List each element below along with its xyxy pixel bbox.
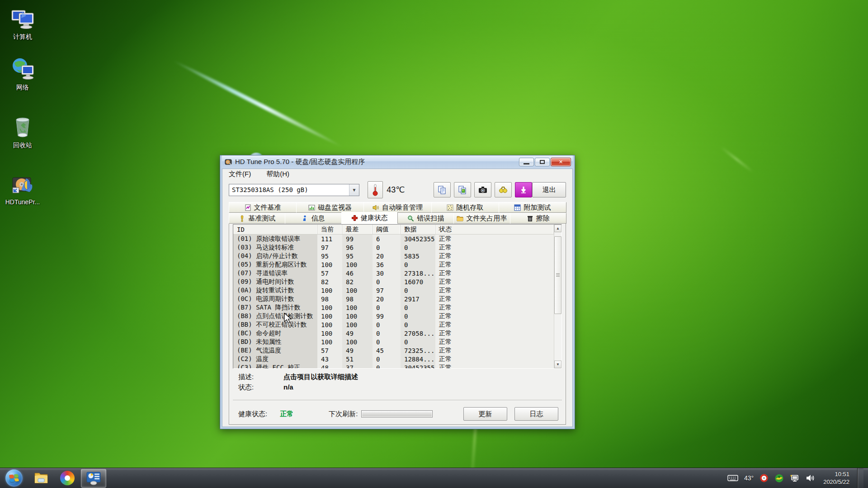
tab-health-active[interactable]: 健康状态 — [341, 212, 398, 224]
wallpaper-stem-highlight — [172, 59, 343, 149]
table-cell: 30 — [373, 269, 401, 277]
start-button[interactable] — [0, 468, 28, 488]
update-check-button[interactable] — [515, 182, 532, 197]
tab-extra-tests[interactable]: 附加测试 — [499, 202, 566, 213]
column-header-data[interactable]: 数据 — [401, 225, 435, 234]
tray-network-icon[interactable] — [790, 474, 800, 483]
table-row[interactable]: (0A) 旋转重试计数100100970正常 — [233, 286, 554, 295]
tab-folder-usage[interactable]: 文件夹占用率 — [453, 213, 510, 224]
table-row[interactable]: (05) 重新分配扇区计数100100360正常 — [233, 260, 554, 269]
tray-volume-icon[interactable] — [806, 474, 816, 483]
table-row[interactable]: (01) 原始读取错误率11199630452355正常 — [233, 235, 554, 243]
table-row[interactable]: (B8) 点到点错误检测计数100100990正常 — [233, 312, 554, 320]
options-button[interactable] — [495, 182, 512, 197]
show-desktop-button[interactable] — [857, 468, 863, 488]
smart-table: ID 当前 最差 阈值 数据 状态 (01) 原始读取错误率1119963045… — [233, 225, 554, 368]
column-header-id[interactable]: ID — [233, 225, 317, 234]
table-row[interactable]: (04) 启动/停止计数9595205835正常 — [233, 252, 554, 260]
tab-disk-monitor[interactable]: 磁盘监视器 — [296, 202, 364, 213]
table-cell: 100 — [317, 312, 342, 320]
title-bar[interactable]: HD Tune Pro 5.70 - 硬盘/固态硬盘实用程序 ✕ — [222, 155, 573, 169]
table-row[interactable]: (B7) SATA 降挡计数10010000正常 — [233, 303, 554, 312]
table-cell: 正常 — [435, 320, 554, 329]
table-cell: 0 — [373, 355, 401, 363]
table-row[interactable]: (BB) 不可校正错误计数10010000正常 — [233, 320, 554, 329]
tab-error-scan[interactable]: 错误扫描 — [397, 213, 454, 224]
tab-label: 健康状态 — [361, 214, 388, 222]
tab-aam[interactable]: 自动噪音管理 — [363, 202, 431, 213]
vertical-scrollbar[interactable]: ▲ ▼ — [554, 225, 561, 368]
scrollbar-track[interactable] — [554, 232, 561, 361]
desktop-icon-hdtune[interactable]: HDTunePr... — [1, 171, 44, 206]
table-row[interactable]: (07) 寻道错误率57463027318...正常 — [233, 269, 554, 277]
system-utility-icon — [86, 471, 101, 485]
table-row[interactable]: (0C) 电源周期计数9898202917正常 — [233, 295, 554, 303]
table-row[interactable]: (03) 马达旋转标准979600正常 — [233, 243, 554, 252]
table-row[interactable]: (09) 通电时间计数8282016070正常 — [233, 277, 554, 286]
menu-file[interactable]: 文件(F) — [227, 169, 253, 179]
table-cell: 98 — [342, 295, 373, 303]
hdtune-app-icon — [9, 171, 36, 197]
maximize-button[interactable] — [535, 158, 550, 166]
description-value: 点击项目以获取详细描述 — [283, 373, 358, 381]
table-row[interactable]: (BD) 未知属性10010000正常 — [233, 338, 554, 346]
desktop-icon-recycle-bin[interactable]: 回收站 — [1, 114, 44, 150]
tab-label: 错误扫描 — [417, 214, 444, 223]
minimize-button[interactable] — [519, 158, 534, 166]
table-cell: 0 — [401, 338, 435, 346]
table-cell: 100 — [342, 338, 373, 346]
menu-help[interactable]: 帮助(H) — [264, 169, 291, 179]
scrollbar-up-arrow[interactable]: ▲ — [554, 225, 561, 232]
column-header-worst[interactable]: 最差 — [342, 225, 373, 234]
table-cell: 49 — [342, 329, 373, 338]
close-button[interactable]: ✕ — [551, 158, 571, 166]
exit-button[interactable]: 退出 — [532, 182, 566, 197]
tray-temperature[interactable]: 43° — [744, 474, 754, 482]
table-row[interactable]: (BE) 气流温度57494572325...正常 — [233, 346, 554, 355]
desktop-icon-network[interactable]: 网络 — [1, 56, 44, 92]
column-header-current[interactable]: 当前 — [317, 225, 342, 234]
taskbar-item-active-app[interactable] — [81, 469, 106, 488]
taskbar-item-explorer[interactable] — [28, 469, 54, 488]
tray-record-ring-icon[interactable] — [760, 474, 769, 483]
copy-image-button[interactable] — [454, 182, 471, 197]
file-benchmark-icon — [245, 204, 251, 211]
column-header-threshold[interactable]: 阈值 — [373, 225, 401, 234]
scrollbar-down-arrow[interactable]: ▼ — [554, 361, 561, 368]
temperature-button[interactable] — [368, 181, 383, 198]
desktop-icon-computer[interactable]: 计算机 — [1, 5, 44, 41]
table-cell: 30452355 — [401, 363, 435, 368]
tab-file-benchmark[interactable]: 文件基准 — [229, 202, 297, 213]
tab-benchmark[interactable]: 基准测试 — [229, 213, 285, 224]
tray-antivirus-icon[interactable] — [774, 474, 784, 483]
tab-erase[interactable]: 擦除 — [510, 213, 566, 224]
update-button-label: 更新 — [479, 410, 492, 418]
table-row[interactable]: (BC) 命令超时10049027058...正常 — [233, 329, 554, 338]
table-cell: 0 — [373, 320, 401, 329]
table-cell: 27058... — [401, 329, 435, 338]
taskbar-item-browser[interactable] — [55, 469, 80, 488]
tab-label: 信息 — [311, 214, 325, 223]
table-row[interactable]: (C3) 硬件 ECC 校正4837030452355正常 — [233, 363, 554, 368]
browser-icon — [60, 471, 75, 485]
drive-select[interactable]: ST3250318AS (250 gB) ▼ — [229, 184, 359, 196]
table-cell: (04) 启动/停止计数 — [233, 252, 317, 260]
table-cell: 97 — [317, 243, 342, 252]
input-method-keyboard-icon[interactable] — [727, 474, 738, 482]
magnifier-icon — [407, 215, 414, 222]
tab-random-access[interactable]: 随机存取 — [431, 202, 499, 213]
log-button[interactable]: 日志 — [514, 407, 558, 421]
screenshot-button[interactable] — [474, 182, 491, 197]
update-button[interactable]: 更新 — [463, 407, 507, 421]
clock[interactable]: 10:51 2020/5/22 — [821, 470, 851, 486]
table-cell: 100 — [317, 329, 342, 338]
table-cell: 51 — [342, 355, 373, 363]
table-row[interactable]: (C2) 温度4351012884...正常 — [233, 355, 554, 363]
copy-text-button[interactable] — [434, 182, 451, 197]
binoculars-icon — [498, 186, 508, 194]
column-header-status[interactable]: 状态 — [435, 225, 554, 234]
scrollbar-thumb[interactable] — [554, 236, 561, 314]
table-cell: 2917 — [401, 295, 435, 303]
log-button-label: 日志 — [530, 410, 543, 418]
tab-info[interactable]: 信息 — [285, 213, 341, 224]
